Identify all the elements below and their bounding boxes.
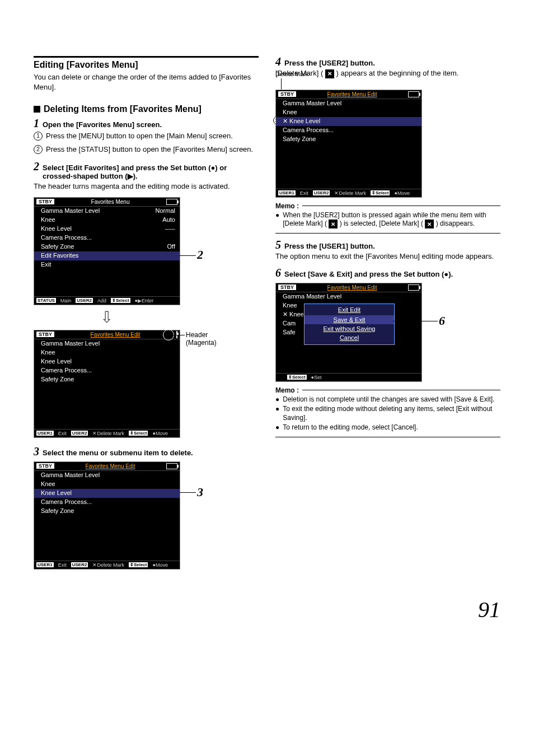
footer-badge: USER2 xyxy=(313,190,330,195)
square-icon xyxy=(34,106,40,113)
memo2-text: To exit the editing mode without deletin… xyxy=(283,405,500,422)
popup-item-cancel: Cancel xyxy=(305,333,394,342)
row-label: Gamma Master Level xyxy=(41,207,100,215)
screen-row-empty xyxy=(276,162,421,171)
row-label: Knee Level xyxy=(41,489,72,497)
step-title: Select the menu or submenu item to delet… xyxy=(43,449,193,457)
screen-row: Knee Level xyxy=(34,489,180,498)
row-label: Edit Favorites xyxy=(41,252,78,260)
popup-item-save: Save & Exit xyxy=(305,315,394,324)
row-label: Safe xyxy=(283,329,296,337)
substep-text: Press the [STATUS] button to open the [F… xyxy=(46,144,253,155)
page: Editing [Favorites Menu] You can delete … xyxy=(0,0,534,596)
left-column: Editing [Favorites Menu] You can delete … xyxy=(34,56,259,574)
screen-row-empty xyxy=(276,364,421,373)
screen-row-empty xyxy=(34,411,180,420)
footer-label: ✕Delete Mark xyxy=(334,190,366,196)
header-label: Header (Magenta) xyxy=(186,331,217,347)
memo-header: Memo : xyxy=(275,202,500,210)
row-label: Knee xyxy=(41,349,55,357)
screen-row-empty xyxy=(34,384,180,393)
page-number: 91 xyxy=(0,596,534,640)
screen-row-empty xyxy=(34,525,180,534)
battery-icon xyxy=(408,284,419,291)
memo1-text: When the [USER2] button is pressed again… xyxy=(283,211,500,229)
memo-end-line xyxy=(275,437,500,437)
callout-3: 3 xyxy=(197,485,203,500)
row-label: Knee Level xyxy=(41,225,72,233)
header-label-1: Header xyxy=(186,331,217,339)
screen-row-empty xyxy=(34,393,180,402)
screen-row: Camera Process... xyxy=(34,498,180,507)
step-title: Press the [USER2] button. xyxy=(284,59,375,67)
substep-text: Press the [MENU] button to open the [Mai… xyxy=(46,131,233,141)
memo-label: Memo : xyxy=(275,202,299,210)
stby-badge: STBY xyxy=(278,91,296,97)
step2-body: The header turns magenta and the editing… xyxy=(34,181,259,192)
memo2-list: ●Deletion is not complete until the chan… xyxy=(275,395,500,432)
footer-badge: STATUS xyxy=(36,298,56,303)
stby-badge: STBY xyxy=(36,332,54,337)
step-num: 5 xyxy=(275,239,281,250)
screen-c-wrap: STBY Favorites Menu Edit Gamma Master Le… xyxy=(34,461,259,570)
memo2-text: Deletion is not complete until the chang… xyxy=(283,395,494,404)
screen-row-empty xyxy=(276,355,421,364)
down-arrow-icon: ⇩ xyxy=(34,310,179,325)
screen-title: Favorites Menu xyxy=(91,199,130,205)
sub-heading-text: Deleting Items from [Favorites Menu] xyxy=(44,104,202,114)
screen-titlebar: STBY Favorites Menu xyxy=(34,198,180,206)
screen-row: Gamma Master Level xyxy=(276,99,421,108)
screen-delete-mark: STBY Favorites Menu Edit Gamma Master Le… xyxy=(275,90,422,198)
footer-badge: ⇕Select xyxy=(371,190,390,195)
exit-edit-popup: Exit Edit Save & Exit Exit without Savin… xyxy=(304,304,395,345)
caption-line xyxy=(281,78,282,90)
screen-title: Favorites Menu Edit xyxy=(327,91,377,97)
screen-footer: STATUSMainUSER2Add⇕Select●▶Enter xyxy=(34,296,180,305)
popup-item-exit: Exit without Saving xyxy=(305,324,394,333)
screen-footer: ⇕Select●Set xyxy=(276,373,421,381)
screen-row: Camera Process... xyxy=(276,126,421,135)
screen-row-empty xyxy=(276,153,421,162)
screen-e-wrap: STBY Favorites Menu Edit Gamma Master Le… xyxy=(275,283,500,382)
battery-icon xyxy=(166,199,177,205)
memo-label: Memo : xyxy=(275,386,299,394)
row-label: Safety Zone xyxy=(41,376,74,384)
step-title: Select [Edit Favorites] and press the Se… xyxy=(43,164,259,180)
step-4: 4 Press the [USER2] button. xyxy=(275,56,500,67)
substep-2: 2 Press the [STATUS] button to open the … xyxy=(34,144,259,155)
screen-row: Knee xyxy=(276,108,421,117)
bullet-icon: ● xyxy=(275,405,279,422)
screen-row: Knee Level xyxy=(34,357,180,366)
header-circle-icon xyxy=(163,329,174,340)
screen-titlebar: STBY Favorites Menu Edit xyxy=(34,330,180,339)
row-value: Off xyxy=(167,243,175,251)
footer-label: ●Move xyxy=(152,562,167,568)
row-label: Safety Zone xyxy=(41,243,74,251)
step-title: Open the [Favorites Menu] screen. xyxy=(43,120,162,129)
row-label: Safety Zone xyxy=(283,136,316,143)
row-value: Normal xyxy=(156,207,175,215)
row-label: Camera Process... xyxy=(41,367,92,375)
step-num: 2 xyxy=(34,161,39,172)
stby-badge: STBY xyxy=(36,199,54,204)
screen-row-empty xyxy=(34,552,180,561)
callout-line xyxy=(174,335,185,335)
substep-1: 1 Press the [MENU] button to open the [M… xyxy=(34,131,259,141)
memo-line xyxy=(302,390,500,390)
screen-row-empty xyxy=(34,420,180,429)
footer-badge: USER1 xyxy=(36,562,54,567)
step-5: 5 Press the [USER1] button. xyxy=(275,239,500,250)
screen-titlebar: STBY Favorites Menu Edit xyxy=(276,283,421,292)
screen-footer: USER1ExitUSER2✕Delete Mark⇕Select●Move xyxy=(34,429,180,437)
footer-badge: USER2 xyxy=(71,562,88,567)
footer-label: Add xyxy=(97,298,106,304)
screen-row: Knee xyxy=(34,348,180,357)
callout-2: 2 xyxy=(197,248,203,262)
footer-badge: ⇕Select xyxy=(129,431,148,436)
memo1-list: ● When the [USER2] button is pressed aga… xyxy=(275,211,500,229)
screen-row: Gamma Master LevelNormal xyxy=(34,207,180,216)
circled-num-icon: 1 xyxy=(34,132,43,141)
screen-favorites-menu: STBY Favorites Menu Gamma Master LevelNo… xyxy=(34,197,180,305)
step-title: Press the [USER1] button. xyxy=(284,242,375,250)
step4-body-b: ) appears at the beginning of the item. xyxy=(336,69,459,77)
